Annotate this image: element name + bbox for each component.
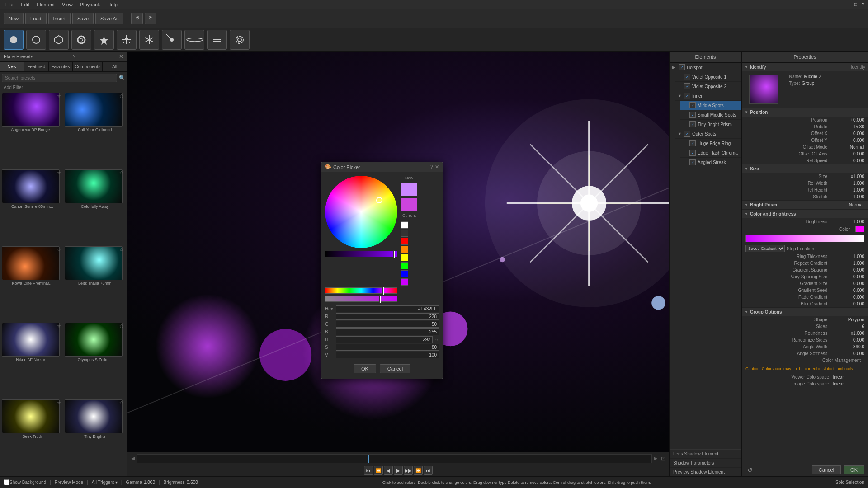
fit-timeline-icon[interactable]: ⊡ [661,455,665,462]
bright-prism-header[interactable]: ▼ Bright Prism Normal [742,201,868,209]
go-end-button[interactable]: ⏭ [424,466,433,475]
list-item[interactable]: Tiny Brights ☆ [65,399,126,474]
tool-star6[interactable] [139,30,159,50]
element-violet-opp2[interactable]: ✓ Violet Opposite 2 [675,82,741,91]
element-inner[interactable]: ▼ ✓ Inner [675,91,741,101]
element-small-middle-spots[interactable]: ✓ Small Middle Spots [680,110,741,120]
gradient-bar[interactable] [745,235,864,242]
list-item[interactable]: Canon Sumire 85mm... ☆ [2,169,63,244]
save-button[interactable]: Save [72,13,94,24]
preview-shadow-element-button[interactable]: Preview Shadow Element [670,468,741,476]
favorite-star-icon[interactable]: ☆ [119,400,123,405]
tab-featured[interactable]: Featured [24,62,49,71]
list-item[interactable]: Angenieux DP Rouge... ☆ [2,93,63,168]
tab-components[interactable]: Components [73,62,103,71]
menu-element[interactable]: Element [33,1,58,8]
insert-button[interactable]: Insert [48,13,71,24]
shadow-parameters-button[interactable]: Shadow Parameters [670,459,741,468]
preset-white[interactable] [401,221,408,229]
preset-green[interactable] [401,262,408,269]
element-checkbox[interactable]: ✓ [684,131,690,137]
new-color-swatch[interactable] [401,183,417,196]
element-violet-opp1[interactable]: ✓ Violet Opposite 1 [675,72,741,82]
element-huge-edge-ring[interactable]: ✓ Huge Edge Ring [680,139,741,148]
tool-gear[interactable] [230,30,250,50]
element-tiny-bright-prism[interactable]: ✓ Tiny Bright Prism [680,120,741,129]
preset-dark[interactable] [401,230,408,237]
size-section-header[interactable]: ▼ Size [742,164,868,173]
lens-shadow-element-button[interactable]: Lens Shadow Element [670,450,741,459]
menu-help[interactable]: Help [104,1,121,8]
tool-circle-solid[interactable] [4,30,24,50]
tool-ring[interactable] [71,30,91,50]
ok-button[interactable]: OK [844,465,864,474]
menu-playback[interactable]: Playback [76,1,104,8]
new-button[interactable]: New [4,13,24,24]
element-checkbox[interactable]: ✓ [689,112,696,118]
list-item[interactable]: Nikon AF Nikkor... ☆ [2,323,63,398]
brightness-slider[interactable] [325,251,397,257]
menu-view[interactable]: View [58,1,76,8]
search-icon[interactable]: 🔍 [119,75,125,81]
timeline-track[interactable] [137,454,652,463]
preset-red[interactable] [401,238,408,245]
tool-circle-outline[interactable] [26,30,46,50]
color-wheel[interactable] [325,176,397,248]
tool-hexagon[interactable] [49,30,69,50]
red-input[interactable] [336,313,439,320]
tab-new[interactable]: New [0,62,24,71]
favorite-star-icon[interactable]: ☆ [57,94,61,99]
panel-close[interactable]: ✕ [119,53,123,60]
redo-button[interactable]: ↻ [145,13,156,24]
color-swatch[interactable] [855,226,864,232]
step-back-button[interactable]: ⏪ [374,466,383,475]
step-fwd-button[interactable]: ⏩ [414,466,423,475]
blue-input[interactable] [336,328,439,335]
favorite-star-icon[interactable]: ☆ [119,247,123,252]
preset-purple[interactable] [401,278,408,286]
color-wheel-container[interactable] [325,176,397,248]
minimize-button[interactable]: — [845,1,852,8]
panel-question[interactable]: ? [73,54,75,59]
identify-button[interactable]: Identify [851,65,865,70]
tool-star4[interactable] [117,30,137,50]
cancel-button[interactable]: Cancel [812,465,841,474]
current-color-swatch[interactable] [401,198,417,211]
load-button[interactable]: Load [25,13,46,24]
tool-streak[interactable] [184,30,204,50]
element-angled-streak[interactable]: ✓ Angled Streak [680,158,741,167]
cp-question-icon[interactable]: ? [430,164,433,170]
tab-favorites[interactable]: Favorites [49,62,73,71]
preset-blue[interactable] [401,270,408,277]
element-checkbox[interactable]: ✓ [689,150,696,156]
save-as-button[interactable]: Save As [95,13,123,24]
favorite-star-icon[interactable]: ☆ [57,247,61,252]
scroll-left-icon[interactable]: ◀ [131,455,135,461]
maximize-button[interactable]: □ [853,1,859,8]
list-item[interactable]: Leitz Thalia 70mm ☆ [65,246,126,321]
hue-toggle-icon[interactable]: ↔ [434,337,439,342]
undo-icon[interactable]: ↺ [745,465,755,474]
element-checkbox[interactable]: ✓ [684,74,690,80]
list-item[interactable]: Colorfully Away ☆ [65,169,126,244]
show-background-checkbox[interactable] [4,479,9,485]
element-checkbox[interactable]: ✓ [684,83,690,89]
menu-edit[interactable]: Edit [17,1,33,8]
position-section-header[interactable]: ▼ Position [742,108,868,117]
tab-all[interactable]: All [103,62,127,71]
favorite-star-icon[interactable]: ☆ [57,400,61,405]
tool-starburst[interactable]: ${Array.from({length:8},(_,i)=>``).join(… [162,30,182,50]
saturation-slider[interactable] [325,296,397,302]
color-brightness-header[interactable]: ▼ Color and Brightness [742,210,868,218]
search-input[interactable] [2,74,117,82]
go-start-button[interactable]: ⏮ [364,466,373,475]
element-checkbox[interactable]: ✓ [689,121,696,127]
identify-section-header[interactable]: ▼ Identify Identify [742,63,868,71]
cp-cancel-button[interactable]: Cancel [380,364,410,373]
solo-selection-label[interactable]: Solo Selection [835,480,864,485]
favorite-star-icon[interactable]: ☆ [119,324,123,328]
value-input[interactable] [336,352,439,358]
favorite-star-icon[interactable]: ☆ [119,170,123,175]
green-input[interactable] [336,321,439,328]
cp-close-icon[interactable]: ✕ [435,164,439,170]
